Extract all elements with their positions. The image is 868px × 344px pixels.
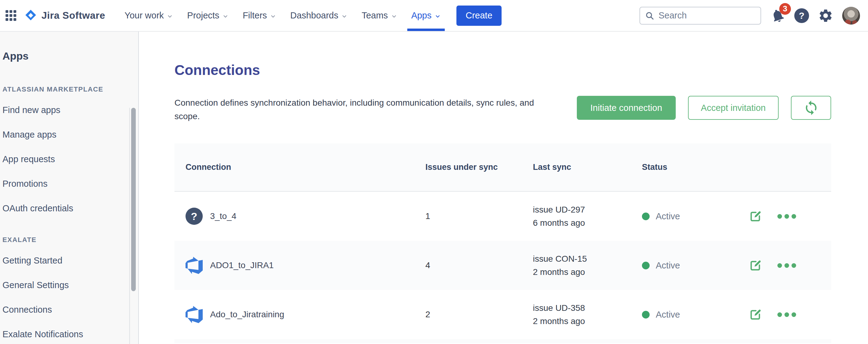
sidebar-section-exalate: EXALATE bbox=[2, 236, 138, 244]
jira-diamond-icon bbox=[24, 9, 38, 23]
nav-item-filters[interactable]: Filters bbox=[236, 0, 283, 31]
notification-badge: 3 bbox=[779, 3, 791, 15]
logo-text: Jira Software bbox=[41, 10, 105, 21]
initiate-connection-button[interactable]: Initiate connection bbox=[577, 96, 676, 120]
actions-bar: Initiate connection Accept invitation bbox=[577, 96, 831, 120]
help-button[interactable]: ? bbox=[794, 8, 809, 23]
status-badge: Active bbox=[656, 310, 680, 320]
sidebar-item-oauth-credentials[interactable]: OAuth credentials bbox=[0, 196, 138, 221]
chevron-down-icon bbox=[222, 13, 228, 19]
column-header-last-sync: Last sync bbox=[533, 162, 642, 172]
sidebar-item-exalate-notifications[interactable]: Exalate Notifications bbox=[0, 322, 138, 344]
edit-connection-button[interactable] bbox=[748, 258, 763, 273]
top-navigation-bar: Jira Software Your work Projects Filters… bbox=[0, 0, 868, 32]
search-input[interactable] bbox=[658, 10, 755, 21]
status-badge: Active bbox=[656, 260, 680, 271]
table-row: ADO1_to_JIRA1 4 issue CON-15 2 months ag… bbox=[175, 241, 831, 290]
chevron-down-icon bbox=[391, 13, 397, 19]
status-badge: Active bbox=[656, 211, 680, 221]
app-switcher-icon[interactable] bbox=[5, 10, 16, 21]
sidebar-section-atlassian-marketplace: ATLASSIAN MARKETPLACE bbox=[2, 85, 138, 93]
nav-item-dashboards[interactable]: Dashboards bbox=[283, 0, 354, 31]
create-button[interactable]: Create bbox=[457, 5, 502, 26]
sidebar: Apps ATLASSIAN MARKETPLACE Find new apps… bbox=[0, 32, 139, 344]
ellipsis-icon bbox=[777, 263, 782, 268]
table-header-row: Connection Issues under sync Last sync S… bbox=[175, 144, 831, 192]
sidebar-item-promotions[interactable]: Promotions bbox=[0, 171, 138, 196]
azure-devops-icon bbox=[186, 306, 203, 323]
question-circle-icon: ? bbox=[186, 208, 203, 225]
status-dot-icon bbox=[642, 262, 650, 269]
ellipsis-icon bbox=[777, 312, 782, 317]
last-sync-cell: issue UD-358 2 months ago bbox=[533, 301, 642, 328]
sidebar-item-find-new-apps[interactable]: Find new apps bbox=[0, 98, 138, 122]
issues-under-sync-value: 1 bbox=[425, 211, 533, 221]
nav-item-teams[interactable]: Teams bbox=[354, 0, 404, 31]
azure-devops-icon bbox=[186, 257, 203, 274]
connection-name: Ado_to_Jiratraining bbox=[210, 310, 284, 319]
gear-icon bbox=[818, 8, 833, 23]
column-header-connection: Connection bbox=[186, 162, 425, 172]
table-row: Ado_to_Jiratraining 2 issue UD-358 2 mon… bbox=[175, 290, 831, 339]
more-actions-button[interactable] bbox=[776, 261, 798, 270]
chevron-down-icon bbox=[270, 13, 276, 19]
help-question-icon: ? bbox=[794, 8, 809, 23]
status-cell: Active bbox=[642, 211, 748, 221]
search-box bbox=[640, 7, 761, 25]
edit-connection-button[interactable] bbox=[748, 308, 763, 321]
refresh-button[interactable] bbox=[791, 96, 831, 120]
sidebar-item-getting-started[interactable]: Getting Started bbox=[0, 248, 138, 273]
ellipsis-icon bbox=[777, 214, 782, 219]
edit-pencil-icon bbox=[748, 209, 763, 223]
page-title: Connections bbox=[175, 61, 831, 79]
edit-pencil-icon bbox=[748, 308, 763, 321]
edit-connection-button[interactable] bbox=[748, 209, 763, 223]
settings-button[interactable] bbox=[818, 8, 833, 23]
user-avatar[interactable] bbox=[842, 7, 860, 25]
more-actions-button[interactable] bbox=[776, 311, 798, 319]
nav-item-projects[interactable]: Projects bbox=[180, 0, 236, 31]
last-sync-cell: issue UD-297 6 months ago bbox=[533, 203, 642, 229]
table-row-partial bbox=[175, 339, 831, 343]
connection-name: 3_to_4 bbox=[210, 211, 237, 221]
nav-item-apps[interactable]: Apps bbox=[404, 0, 448, 31]
sidebar-item-connections[interactable]: Connections bbox=[0, 297, 138, 322]
nav-item-your-work[interactable]: Your work bbox=[117, 0, 180, 31]
sidebar-item-app-requests[interactable]: App requests bbox=[0, 147, 138, 171]
main-content: Connections Connection defines synchroni… bbox=[139, 32, 868, 344]
chevron-down-icon bbox=[435, 13, 441, 19]
page-description: Connection defines synchronization behav… bbox=[175, 96, 543, 123]
status-cell: Active bbox=[642, 260, 748, 271]
notifications-button[interactable]: 3 bbox=[770, 8, 785, 23]
table-row: ? 3_to_4 1 issue UD-297 6 months ago Act… bbox=[175, 192, 831, 241]
issues-under-sync-value: 4 bbox=[425, 260, 533, 270]
accept-invitation-button[interactable]: Accept invitation bbox=[688, 96, 779, 120]
jira-logo[interactable]: Jira Software bbox=[24, 0, 105, 31]
connection-name: ADO1_to_JIRA1 bbox=[210, 260, 274, 270]
sidebar-item-manage-apps[interactable]: Manage apps bbox=[0, 122, 138, 147]
connections-table: Connection Issues under sync Last sync S… bbox=[175, 144, 831, 343]
chevron-down-icon bbox=[167, 13, 173, 19]
sidebar-scrollbar-thumb[interactable] bbox=[131, 108, 136, 291]
search-icon bbox=[645, 11, 654, 20]
sidebar-scrollbar-track bbox=[129, 108, 130, 344]
status-dot-icon bbox=[642, 311, 650, 318]
last-sync-cell: issue CON-15 2 months ago bbox=[533, 252, 642, 279]
primary-nav: Your work Projects Filters Dashboards Te… bbox=[117, 0, 448, 31]
column-header-issues-under-sync: Issues under sync bbox=[425, 162, 533, 172]
refresh-icon bbox=[803, 100, 819, 116]
issues-under-sync-value: 2 bbox=[425, 310, 533, 319]
column-header-status: Status bbox=[642, 162, 748, 172]
status-dot-icon bbox=[642, 213, 650, 220]
status-cell: Active bbox=[642, 310, 748, 320]
edit-pencil-icon bbox=[748, 258, 763, 273]
more-actions-button[interactable] bbox=[776, 212, 798, 221]
chevron-down-icon bbox=[341, 13, 347, 19]
sidebar-item-general-settings[interactable]: General Settings bbox=[0, 273, 138, 297]
sidebar-title: Apps bbox=[2, 50, 138, 62]
